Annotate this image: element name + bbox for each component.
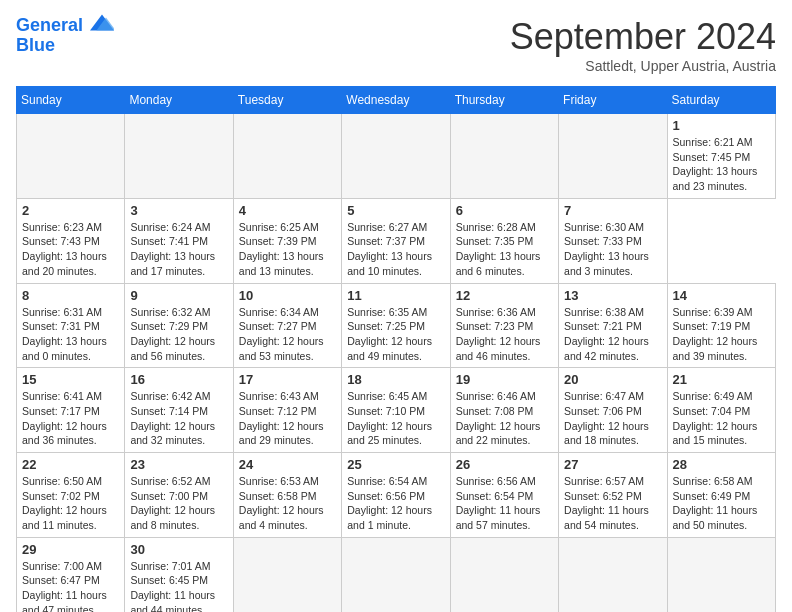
day-header-friday: Friday [559, 87, 667, 114]
cell-details: Sunrise: 6:27 AM Sunset: 7:37 PM Dayligh… [347, 220, 444, 279]
calendar-table: SundayMondayTuesdayWednesdayThursdayFrid… [16, 86, 776, 612]
cell-details: Sunrise: 6:39 AM Sunset: 7:19 PM Dayligh… [673, 305, 770, 364]
day-number: 24 [239, 457, 336, 472]
day-number: 13 [564, 288, 661, 303]
calendar-cell [233, 537, 341, 612]
month-title: September 2024 [510, 16, 776, 58]
calendar-cell: 14Sunrise: 6:39 AM Sunset: 7:19 PM Dayli… [667, 283, 775, 368]
day-header-sunday: Sunday [17, 87, 125, 114]
cell-details: Sunrise: 6:38 AM Sunset: 7:21 PM Dayligh… [564, 305, 661, 364]
calendar-cell [342, 114, 450, 199]
cell-details: Sunrise: 6:35 AM Sunset: 7:25 PM Dayligh… [347, 305, 444, 364]
day-number: 25 [347, 457, 444, 472]
location-subtitle: Sattledt, Upper Austria, Austria [510, 58, 776, 74]
day-header-tuesday: Tuesday [233, 87, 341, 114]
day-number: 28 [673, 457, 770, 472]
day-number: 10 [239, 288, 336, 303]
cell-details: Sunrise: 6:58 AM Sunset: 6:49 PM Dayligh… [673, 474, 770, 533]
cell-details: Sunrise: 6:28 AM Sunset: 7:35 PM Dayligh… [456, 220, 553, 279]
cell-details: Sunrise: 6:42 AM Sunset: 7:14 PM Dayligh… [130, 389, 227, 448]
cell-details: Sunrise: 6:46 AM Sunset: 7:08 PM Dayligh… [456, 389, 553, 448]
cell-details: Sunrise: 6:43 AM Sunset: 7:12 PM Dayligh… [239, 389, 336, 448]
calendar-cell [559, 114, 667, 199]
calendar-cell: 28Sunrise: 6:58 AM Sunset: 6:49 PM Dayli… [667, 453, 775, 538]
day-number: 9 [130, 288, 227, 303]
day-number: 12 [456, 288, 553, 303]
calendar-cell: 29Sunrise: 7:00 AM Sunset: 6:47 PM Dayli… [17, 537, 125, 612]
cell-details: Sunrise: 6:49 AM Sunset: 7:04 PM Dayligh… [673, 389, 770, 448]
cell-details: Sunrise: 6:24 AM Sunset: 7:41 PM Dayligh… [130, 220, 227, 279]
day-header-thursday: Thursday [450, 87, 558, 114]
calendar-cell: 21Sunrise: 6:49 AM Sunset: 7:04 PM Dayli… [667, 368, 775, 453]
cell-details: Sunrise: 7:00 AM Sunset: 6:47 PM Dayligh… [22, 559, 119, 612]
calendar-cell: 5Sunrise: 6:27 AM Sunset: 7:37 PM Daylig… [342, 198, 450, 283]
calendar-cell [559, 537, 667, 612]
calendar-cell: 10Sunrise: 6:34 AM Sunset: 7:27 PM Dayli… [233, 283, 341, 368]
day-number: 3 [130, 203, 227, 218]
logo-text: General [16, 16, 114, 36]
calendar-cell: 1Sunrise: 6:21 AM Sunset: 7:45 PM Daylig… [667, 114, 775, 199]
day-header-monday: Monday [125, 87, 233, 114]
calendar-cell [450, 114, 558, 199]
calendar-cell: 27Sunrise: 6:57 AM Sunset: 6:52 PM Dayli… [559, 453, 667, 538]
day-number: 19 [456, 372, 553, 387]
day-number: 18 [347, 372, 444, 387]
calendar-cell: 13Sunrise: 6:38 AM Sunset: 7:21 PM Dayli… [559, 283, 667, 368]
cell-details: Sunrise: 6:56 AM Sunset: 6:54 PM Dayligh… [456, 474, 553, 533]
calendar-cell [233, 114, 341, 199]
day-number: 21 [673, 372, 770, 387]
cell-details: Sunrise: 6:30 AM Sunset: 7:33 PM Dayligh… [564, 220, 661, 279]
calendar-cell: 3Sunrise: 6:24 AM Sunset: 7:41 PM Daylig… [125, 198, 233, 283]
cell-details: Sunrise: 6:45 AM Sunset: 7:10 PM Dayligh… [347, 389, 444, 448]
calendar-cell [342, 537, 450, 612]
day-number: 22 [22, 457, 119, 472]
calendar-cell: 12Sunrise: 6:36 AM Sunset: 7:23 PM Dayli… [450, 283, 558, 368]
calendar-cell: 16Sunrise: 6:42 AM Sunset: 7:14 PM Dayli… [125, 368, 233, 453]
cell-details: Sunrise: 6:52 AM Sunset: 7:00 PM Dayligh… [130, 474, 227, 533]
calendar-cell: 19Sunrise: 6:46 AM Sunset: 7:08 PM Dayli… [450, 368, 558, 453]
calendar-cell: 30Sunrise: 7:01 AM Sunset: 6:45 PM Dayli… [125, 537, 233, 612]
day-number: 11 [347, 288, 444, 303]
cell-details: Sunrise: 6:25 AM Sunset: 7:39 PM Dayligh… [239, 220, 336, 279]
calendar-cell: 17Sunrise: 6:43 AM Sunset: 7:12 PM Dayli… [233, 368, 341, 453]
day-number: 7 [564, 203, 661, 218]
day-number: 4 [239, 203, 336, 218]
calendar-cell: 11Sunrise: 6:35 AM Sunset: 7:25 PM Dayli… [342, 283, 450, 368]
day-header-saturday: Saturday [667, 87, 775, 114]
calendar-cell: 2Sunrise: 6:23 AM Sunset: 7:43 PM Daylig… [17, 198, 125, 283]
calendar-cell: 20Sunrise: 6:47 AM Sunset: 7:06 PM Dayli… [559, 368, 667, 453]
day-number: 26 [456, 457, 553, 472]
day-number: 29 [22, 542, 119, 557]
cell-details: Sunrise: 6:34 AM Sunset: 7:27 PM Dayligh… [239, 305, 336, 364]
day-header-wednesday: Wednesday [342, 87, 450, 114]
cell-details: Sunrise: 7:01 AM Sunset: 6:45 PM Dayligh… [130, 559, 227, 612]
day-number: 27 [564, 457, 661, 472]
cell-details: Sunrise: 6:31 AM Sunset: 7:31 PM Dayligh… [22, 305, 119, 364]
calendar-cell: 8Sunrise: 6:31 AM Sunset: 7:31 PM Daylig… [17, 283, 125, 368]
day-number: 15 [22, 372, 119, 387]
cell-details: Sunrise: 6:53 AM Sunset: 6:58 PM Dayligh… [239, 474, 336, 533]
title-block: September 2024 Sattledt, Upper Austria, … [510, 16, 776, 74]
calendar-cell: 7Sunrise: 6:30 AM Sunset: 7:33 PM Daylig… [559, 198, 667, 283]
day-number: 1 [673, 118, 770, 133]
cell-details: Sunrise: 6:50 AM Sunset: 7:02 PM Dayligh… [22, 474, 119, 533]
cell-details: Sunrise: 6:23 AM Sunset: 7:43 PM Dayligh… [22, 220, 119, 279]
cell-details: Sunrise: 6:41 AM Sunset: 7:17 PM Dayligh… [22, 389, 119, 448]
calendar-cell: 6Sunrise: 6:28 AM Sunset: 7:35 PM Daylig… [450, 198, 558, 283]
logo-text2: Blue [16, 36, 114, 56]
cell-details: Sunrise: 6:21 AM Sunset: 7:45 PM Dayligh… [673, 135, 770, 194]
day-number: 17 [239, 372, 336, 387]
cell-details: Sunrise: 6:54 AM Sunset: 6:56 PM Dayligh… [347, 474, 444, 533]
day-number: 5 [347, 203, 444, 218]
logo: General Blue [16, 16, 114, 56]
calendar-cell: 25Sunrise: 6:54 AM Sunset: 6:56 PM Dayli… [342, 453, 450, 538]
day-number: 30 [130, 542, 227, 557]
calendar-cell [450, 537, 558, 612]
calendar-cell: 24Sunrise: 6:53 AM Sunset: 6:58 PM Dayli… [233, 453, 341, 538]
calendar-cell: 22Sunrise: 6:50 AM Sunset: 7:02 PM Dayli… [17, 453, 125, 538]
cell-details: Sunrise: 6:57 AM Sunset: 6:52 PM Dayligh… [564, 474, 661, 533]
cell-details: Sunrise: 6:47 AM Sunset: 7:06 PM Dayligh… [564, 389, 661, 448]
day-number: 23 [130, 457, 227, 472]
cell-details: Sunrise: 6:36 AM Sunset: 7:23 PM Dayligh… [456, 305, 553, 364]
calendar-cell: 18Sunrise: 6:45 AM Sunset: 7:10 PM Dayli… [342, 368, 450, 453]
